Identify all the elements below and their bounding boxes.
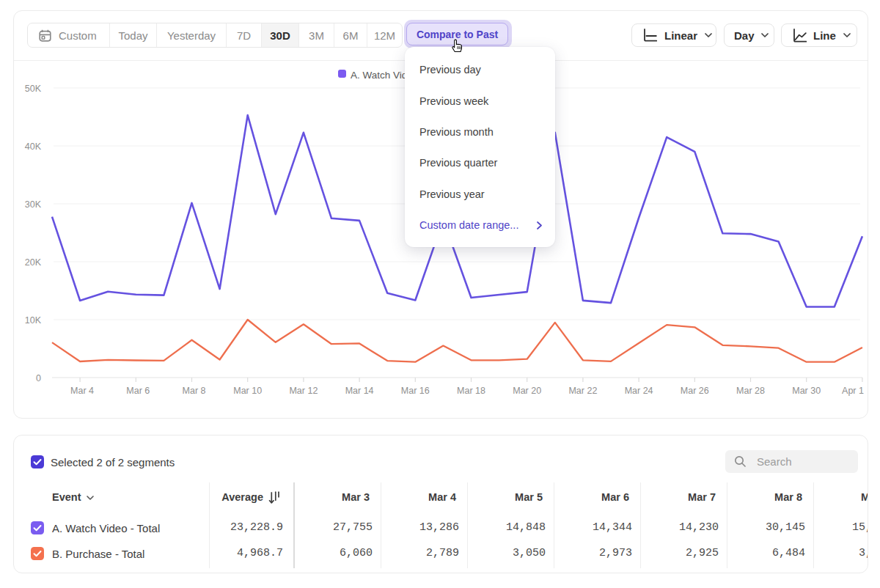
svg-text:Mar 26: Mar 26 (681, 386, 709, 396)
svg-text:Mar 18: Mar 18 (457, 386, 485, 396)
svg-text:Mar 12: Mar 12 (289, 386, 318, 396)
svg-text:Mar 20: Mar 20 (513, 386, 541, 396)
svg-text:Mar 16: Mar 16 (401, 386, 430, 396)
svg-text:Apr 1: Apr 1 (842, 386, 864, 396)
svg-text:Mar 24: Mar 24 (625, 386, 653, 396)
svg-text:Mar 10: Mar 10 (233, 386, 262, 396)
svg-text:0: 0 (36, 373, 41, 383)
svg-text:20K: 20K (25, 257, 42, 268)
svg-text:30K: 30K (25, 199, 42, 210)
svg-text:50K: 50K (25, 84, 42, 94)
svg-text:Mar 28: Mar 28 (736, 386, 765, 396)
svg-text:Mar 4: Mar 4 (70, 386, 94, 396)
svg-text:10K: 10K (25, 315, 42, 326)
svg-text:40K: 40K (25, 142, 42, 152)
svg-text:Mar 30: Mar 30 (792, 386, 821, 396)
svg-text:Mar 8: Mar 8 (183, 386, 206, 396)
svg-text:Mar 22: Mar 22 (568, 386, 597, 396)
svg-text:Mar 6: Mar 6 (126, 386, 150, 396)
svg-text:Mar 14: Mar 14 (345, 386, 374, 396)
